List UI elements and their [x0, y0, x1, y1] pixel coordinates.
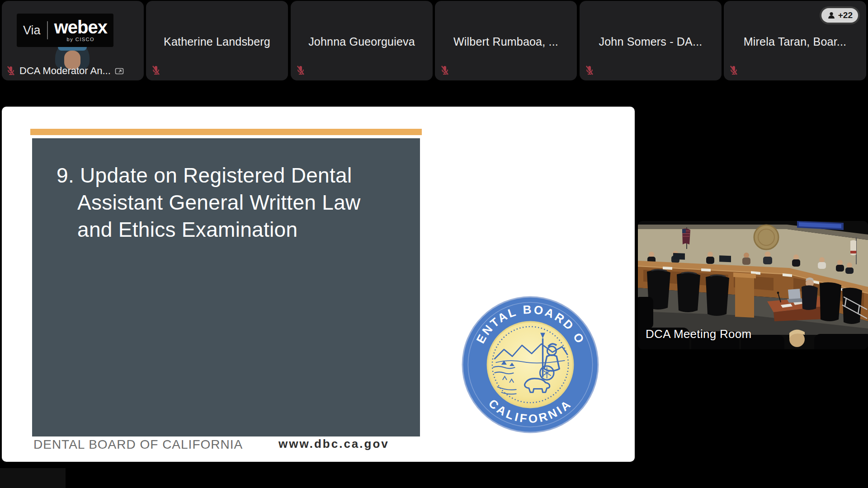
participant-name-row: DCA Moderator An...: [6, 65, 124, 77]
webex-logo: Via webex by CISCO: [17, 14, 113, 47]
participant-name: Mirela Taran, Boar...: [724, 35, 866, 48]
participant-name: Johnna Gueorguieva: [291, 35, 433, 48]
webex-wordmark: webex: [54, 19, 107, 36]
popout-icon[interactable]: [115, 67, 124, 75]
slide-title-line: and Ethics Examination: [77, 216, 361, 243]
webex-via-text: Via: [23, 23, 41, 38]
person-icon: [827, 11, 836, 20]
slide-title: 9. Update on Registered Dental Assistant…: [57, 162, 361, 243]
participant-name: Katherine Landsberg: [146, 35, 288, 48]
mic-muted-icon: [6, 66, 15, 76]
webex-logo-divider: [47, 21, 48, 39]
participant-filmstrip: Via webex by CISCO DCA Moderator An...: [0, 0, 868, 81]
participant-tile[interactable]: Katherine Landsberg: [146, 1, 288, 80]
webex-byline: by CISCO: [67, 37, 95, 42]
participant-tile[interactable]: Johnna Gueorguieva: [291, 1, 433, 80]
participant-tile[interactable]: +22 Mirela Taran, Boar...: [724, 1, 866, 80]
mic-muted-icon: [151, 65, 160, 76]
slide-title-line: Assistant General Written Law: [77, 189, 361, 216]
slide-footer-org: DENTAL BOARD OF CALIFORNIA: [33, 437, 243, 452]
dental-board-seal: DENTAL BOARD OF CALIFORNIA: [461, 296, 599, 434]
slide-footer-url: www.dbc.ca.gov: [278, 437, 389, 451]
mic-muted-icon: [729, 65, 738, 76]
room-video-label: DCA Meeting Room: [646, 327, 752, 341]
slide-accent-bar: [30, 129, 422, 135]
participant-tile[interactable]: Wilbert Rumbaoa, ...: [435, 1, 577, 80]
overflow-count: +22: [838, 10, 853, 20]
participant-name: Wilbert Rumbaoa, ...: [435, 35, 577, 48]
participant-tile[interactable]: John Somers - DA...: [580, 1, 722, 80]
participant-name: John Somers - DA...: [580, 35, 722, 48]
shared-content-stage[interactable]: 9. Update on Registered Dental Assistant…: [2, 107, 635, 462]
participant-name: DCA Moderator An...: [19, 65, 111, 77]
participant-tile-dca-moderator[interactable]: Via webex by CISCO DCA Moderator An...: [2, 1, 144, 80]
bottom-left-panel-remnant: [0, 468, 66, 488]
mic-muted-icon: [585, 65, 594, 76]
slide-title-panel: 9. Update on Registered Dental Assistant…: [32, 138, 420, 436]
mic-muted-icon: [440, 65, 449, 76]
more-participants-badge[interactable]: +22: [820, 6, 860, 24]
mic-muted-icon: [296, 65, 305, 76]
slide-title-line: 9. Update on Registered Dental: [57, 162, 361, 189]
meeting-room-video-tile[interactable]: DCA Meeting Room: [638, 221, 868, 349]
